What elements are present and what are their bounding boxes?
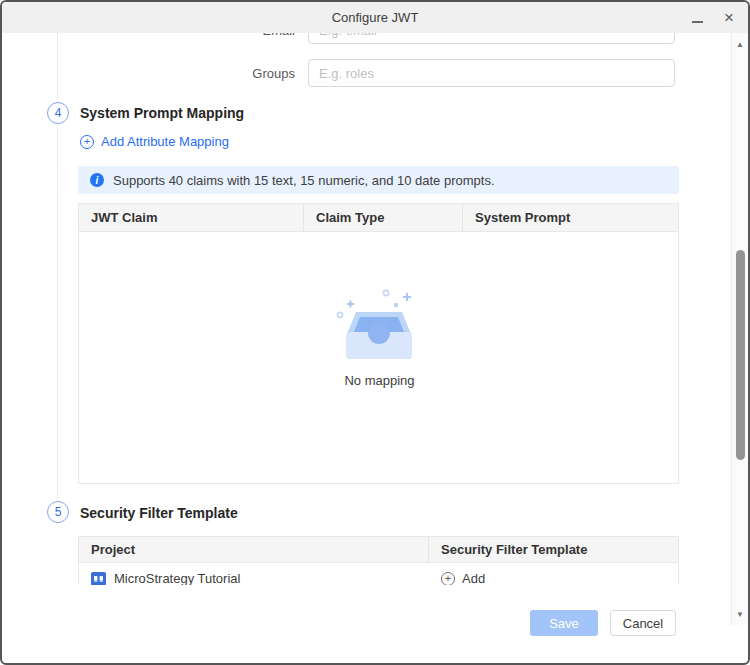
dialog-scroll-area: Email Groups 4 System Prompt Mapping + A… xyxy=(2,33,731,585)
window-controls: × xyxy=(686,2,740,33)
info-icon: i xyxy=(90,173,104,187)
dialog-content: Email Groups 4 System Prompt Mapping + A… xyxy=(2,33,731,585)
cancel-button[interactable]: Cancel xyxy=(610,610,676,636)
step-4-number: 4 xyxy=(55,106,62,120)
project-name: MicroStrategy Tutorial xyxy=(114,571,240,585)
vertical-scrollbar[interactable]: ▲ ▼ xyxy=(731,33,748,625)
add-attribute-mapping-label: Add Attribute Mapping xyxy=(101,134,229,149)
security-filter-table: Project Security Filter Template MicroSt… xyxy=(78,536,679,585)
project-cell: MicroStrategy Tutorial xyxy=(79,563,429,585)
column-header-system-prompt: System Prompt xyxy=(463,204,678,231)
close-icon: × xyxy=(724,9,734,26)
email-field[interactable] xyxy=(308,33,675,44)
plus-circle-icon: + xyxy=(80,135,94,149)
plus-circle-icon: + xyxy=(441,572,455,586)
dialog-title: Configure JWT xyxy=(332,10,419,25)
groups-field[interactable] xyxy=(308,59,675,87)
info-banner-text: Supports 40 claims with 15 text, 15 nume… xyxy=(113,173,495,188)
claim-mapping-table-header: JWT Claim Claim Type System Prompt xyxy=(79,204,678,232)
claim-mapping-table: JWT Claim Claim Type System Prompt xyxy=(78,203,679,484)
column-header-jwt-claim: JWT Claim xyxy=(79,204,304,231)
step-connector-line-top xyxy=(57,33,58,100)
column-header-security-filter-template: Security Filter Template xyxy=(429,537,678,562)
empty-state-text: No mapping xyxy=(79,373,680,388)
table-row: MicroStrategy Tutorial + Add xyxy=(79,563,678,585)
security-filter-cell: + Add xyxy=(429,563,678,585)
security-filter-table-header: Project Security Filter Template xyxy=(79,537,678,563)
column-header-claim-type: Claim Type xyxy=(304,204,463,231)
minimize-button[interactable] xyxy=(686,7,708,29)
add-security-filter-label: Add xyxy=(462,571,485,585)
groups-field-label: Groups xyxy=(200,66,295,81)
project-icon xyxy=(91,572,106,586)
minimize-icon xyxy=(692,21,703,23)
section-5-title: Security Filter Template xyxy=(80,505,238,521)
add-security-filter-link[interactable]: + Add xyxy=(441,571,485,585)
step-connector-line-middle xyxy=(57,127,58,498)
info-banner: i Supports 40 claims with 15 text, 15 nu… xyxy=(78,166,679,194)
email-field-label: Email xyxy=(200,33,295,38)
scroll-up-arrow-icon[interactable]: ▲ xyxy=(732,36,748,52)
step-5-number: 5 xyxy=(55,505,62,519)
titlebar[interactable]: Configure JWT × xyxy=(2,2,748,33)
step-5-indicator: 5 xyxy=(47,501,69,523)
empty-tray-icon xyxy=(333,288,425,368)
step-4-indicator: 4 xyxy=(47,102,69,124)
save-button[interactable]: Save xyxy=(530,610,598,636)
add-attribute-mapping-link[interactable]: + Add Attribute Mapping xyxy=(80,134,229,149)
scrollbar-thumb[interactable] xyxy=(736,250,745,460)
column-header-project: Project xyxy=(79,537,429,562)
configure-jwt-dialog: Configure JWT × Email Groups 4 xyxy=(0,0,750,665)
close-button[interactable]: × xyxy=(718,7,740,29)
empty-state-illustration xyxy=(333,288,425,368)
section-4-title: System Prompt Mapping xyxy=(80,105,244,121)
scroll-down-arrow-icon[interactable]: ▼ xyxy=(732,606,748,622)
